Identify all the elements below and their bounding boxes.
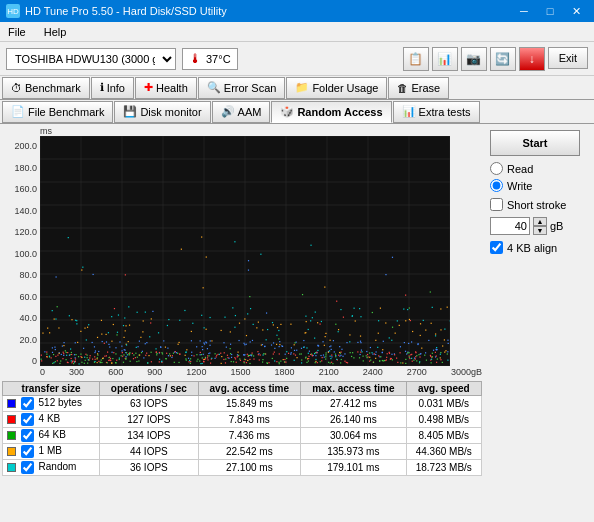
y-label-160: 160.0 xyxy=(2,184,37,194)
cell-avg-speed-3: 44.360 MB/s xyxy=(406,444,481,460)
short-stroke-checkbox[interactable] xyxy=(490,198,503,211)
color-box-0 xyxy=(7,399,16,408)
table-header-row: transfer size operations / sec avg. acce… xyxy=(3,382,482,396)
table-row: Random 36 IOPS 27.100 ms 179.101 ms 18.7… xyxy=(3,460,482,476)
main-area: ms 200.0 180.0 160.0 140.0 120.0 100.0 8… xyxy=(0,124,594,522)
x-label-300: 300 xyxy=(69,367,84,377)
col-max-access: max. access time xyxy=(301,382,407,396)
random-access-icon: 🎲 xyxy=(280,105,294,118)
tab-aam[interactable]: 🔊AAM xyxy=(212,101,271,123)
color-box-4 xyxy=(7,463,16,472)
minimize-button[interactable]: ─ xyxy=(512,2,536,20)
cell-max-access-4: 179.101 ms xyxy=(301,460,407,476)
info-icon: ℹ xyxy=(100,81,104,94)
spin-buttons: ▲ ▼ xyxy=(533,217,547,235)
toolbar-icons: 📋 📊 📷 🔄 ↓ Exit xyxy=(403,47,588,71)
cell-ops-1: 127 IOPS xyxy=(100,412,199,428)
drive-select[interactable]: TOSHIBA HDWU130 (3000 gB) xyxy=(6,48,176,70)
tab-error-scan[interactable]: 🔍Error Scan xyxy=(198,77,286,99)
cell-max-access-2: 30.064 ms xyxy=(301,428,407,444)
spin-down-button[interactable]: ▼ xyxy=(533,226,547,235)
spin-up-button[interactable]: ▲ xyxy=(533,217,547,226)
toolbar-icon-5[interactable]: ↓ xyxy=(519,47,545,71)
title-bar: HD HD Tune Pro 5.50 - Hard Disk/SSD Util… xyxy=(0,0,594,22)
file-benchmark-icon: 📄 xyxy=(11,105,25,118)
cell-ops-3: 44 IOPS xyxy=(100,444,199,460)
y-label-120: 120.0 xyxy=(2,227,37,237)
y-label-40: 40.0 xyxy=(2,313,37,323)
tab-file-benchmark[interactable]: 📄File Benchmark xyxy=(2,101,113,123)
row-checkbox-3[interactable] xyxy=(21,445,34,458)
data-table: transfer size operations / sec avg. acce… xyxy=(2,381,482,476)
tab-folder-usage[interactable]: 📁Folder Usage xyxy=(286,77,387,99)
benchmark-icon: ⏱ xyxy=(11,82,22,94)
exit-button[interactable]: Exit xyxy=(548,47,588,69)
menu-file[interactable]: File xyxy=(4,22,30,41)
temperature-value: 37°C xyxy=(206,53,231,65)
row-label-2: 64 KB xyxy=(39,429,66,440)
align-label[interactable]: 4 KB align xyxy=(490,241,588,254)
x-label-2700: 2700 xyxy=(407,367,427,377)
radio-write-label[interactable]: Write xyxy=(490,179,588,192)
spinbox-input[interactable] xyxy=(490,217,530,235)
tab-extra-tests[interactable]: 📊Extra tests xyxy=(393,101,480,123)
cell-label-0: 512 bytes xyxy=(3,396,100,412)
radio-group: Read Write xyxy=(490,162,588,192)
row-checkbox-4[interactable] xyxy=(21,461,34,474)
read-label: Read xyxy=(507,163,533,175)
right-panel: Start Read Write Short stroke ▲ ▼ gB 4 K… xyxy=(484,124,594,522)
col-avg-access: avg. access time xyxy=(198,382,300,396)
menu-help[interactable]: Help xyxy=(40,22,71,41)
extra-tests-icon: 📊 xyxy=(402,105,416,118)
spinbox-unit: gB xyxy=(550,220,563,232)
start-button[interactable]: Start xyxy=(490,130,580,156)
tab-health[interactable]: ✚Health xyxy=(135,77,197,99)
cell-max-access-1: 26.140 ms xyxy=(301,412,407,428)
erase-icon: 🗑 xyxy=(397,82,408,94)
col-transfer-size: transfer size xyxy=(3,382,100,396)
cell-label-2: 64 KB xyxy=(3,428,100,444)
cell-ops-0: 63 IOPS xyxy=(100,396,199,412)
cell-max-access-0: 27.412 ms xyxy=(301,396,407,412)
y-label-100: 100.0 xyxy=(2,249,37,259)
cell-max-access-3: 135.973 ms xyxy=(301,444,407,460)
row-checkbox-2[interactable] xyxy=(21,429,34,442)
row-checkbox-0[interactable] xyxy=(21,397,34,410)
tab-info[interactable]: ℹInfo xyxy=(91,77,134,99)
table-row: 512 bytes 63 IOPS 15.849 ms 27.412 ms 0.… xyxy=(3,396,482,412)
write-label: Write xyxy=(507,180,532,192)
disk-monitor-icon: 💾 xyxy=(123,105,137,118)
y-label-180: 180.0 xyxy=(2,163,37,173)
window-title: HD Tune Pro 5.50 - Hard Disk/SSD Utility xyxy=(25,5,227,17)
align-checkbox[interactable] xyxy=(490,241,503,254)
tab-benchmark[interactable]: ⏱Benchmark xyxy=(2,77,90,99)
radio-read-label[interactable]: Read xyxy=(490,162,588,175)
toolbar-icon-1[interactable]: 📋 xyxy=(403,47,429,71)
short-stroke-label[interactable]: Short stroke xyxy=(490,198,588,211)
radio-write[interactable] xyxy=(490,179,503,192)
table-row: 1 MB 44 IOPS 22.542 ms 135.973 ms 44.360… xyxy=(3,444,482,460)
tab-random-access[interactable]: 🎲Random Access xyxy=(271,101,391,123)
thermometer-icon: 🌡 xyxy=(189,51,202,66)
tab-disk-monitor[interactable]: 💾Disk monitor xyxy=(114,101,210,123)
toolbar-icon-3[interactable]: 📷 xyxy=(461,47,487,71)
short-stroke-text: Short stroke xyxy=(507,199,566,211)
col-ops: operations / sec xyxy=(100,382,199,396)
y-label-20: 20.0 xyxy=(2,335,37,345)
tab-erase[interactable]: 🗑Erase xyxy=(388,77,449,99)
toolbar-icon-2[interactable]: 📊 xyxy=(432,47,458,71)
chart-canvas xyxy=(40,136,450,366)
x-label-3000: 3000gB xyxy=(451,367,482,377)
close-button[interactable]: ✕ xyxy=(564,2,588,20)
maximize-button[interactable]: □ xyxy=(538,2,562,20)
radio-read[interactable] xyxy=(490,162,503,175)
window-controls: ─ □ ✕ xyxy=(512,2,588,20)
chart-y-unit-label: ms xyxy=(40,126,482,136)
x-label-0: 0 xyxy=(40,367,45,377)
spinbox-row: ▲ ▼ gB xyxy=(490,217,588,235)
chart-container: ms 200.0 180.0 160.0 140.0 120.0 100.0 8… xyxy=(0,124,484,522)
toolbar-icon-4[interactable]: 🔄 xyxy=(490,47,516,71)
row-checkbox-1[interactable] xyxy=(21,413,34,426)
toolbar: TOSHIBA HDWU130 (3000 gB) 🌡 37°C 📋 📊 📷 🔄… xyxy=(0,42,594,76)
menu-bar: File Help xyxy=(0,22,594,42)
